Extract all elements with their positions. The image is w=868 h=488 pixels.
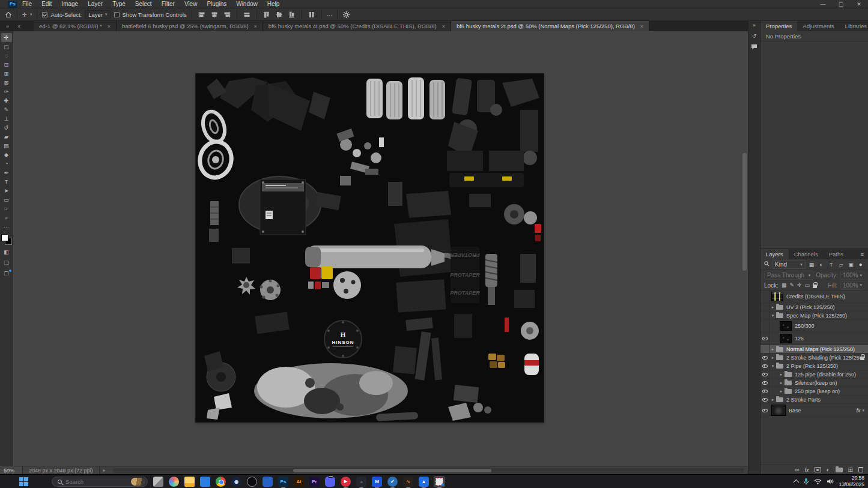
horizontal-scrollbar[interactable]: [113, 468, 744, 473]
wifi-icon[interactable]: [814, 478, 822, 484]
align-center-h-icon[interactable]: [210, 11, 219, 18]
task-view-icon[interactable]: [153, 477, 163, 487]
filter-shape-layers-icon[interactable]: ▱: [837, 262, 845, 268]
more-options-icon[interactable]: ···: [327, 11, 333, 18]
chevron-right-icon[interactable]: ▸: [778, 389, 785, 394]
marquee-tool[interactable]: ▢: [1, 42, 12, 51]
pen-tool[interactable]: ✒: [1, 168, 12, 177]
new-layer-icon[interactable]: ⊞: [848, 466, 853, 473]
vertical-scrollbar-thumb[interactable]: [742, 153, 747, 271]
foreground-color-swatch[interactable]: [1, 234, 8, 241]
gear-icon[interactable]: [342, 11, 350, 19]
microsoft-store-icon[interactable]: [200, 477, 210, 487]
type-tool[interactable]: T: [1, 177, 12, 186]
chevron-right-icon[interactable]: ▸: [778, 381, 785, 385]
align-middle-v-icon[interactable]: [275, 11, 284, 18]
opacity-value[interactable]: 100% ▾: [840, 271, 864, 280]
vertical-scrollbar[interactable]: [742, 31, 747, 466]
chevron-right-icon[interactable]: ▸: [769, 305, 776, 310]
align-top-icon[interactable]: [262, 11, 272, 18]
tab-overflow-icon[interactable]: »: [6, 23, 9, 29]
tab-adjustments[interactable]: Adjustments: [797, 21, 839, 31]
maximize-button[interactable]: ▢: [832, 0, 850, 8]
fill-value[interactable]: 100% ▾: [840, 281, 864, 290]
visibility-toggle[interactable]: [760, 379, 769, 387]
chevron-down-icon[interactable]: ▾: [862, 408, 864, 413]
eyedropper-tool[interactable]: ✑: [1, 87, 12, 96]
visibility-toggle[interactable]: [760, 312, 769, 319]
copilot-icon[interactable]: [169, 477, 179, 487]
tab-channels[interactable]: Channels: [789, 249, 824, 259]
fx-badge[interactable]: fx: [856, 408, 860, 414]
link-layers-icon[interactable]: ∞: [795, 466, 799, 473]
align-bottom-icon[interactable]: [287, 11, 297, 18]
adjustment-layer-icon[interactable]: ◐: [827, 466, 830, 473]
layer-row-credits[interactable]: Credits (DISABLE THIS): [760, 291, 868, 303]
zoom-tool[interactable]: ⌕: [1, 213, 12, 222]
blur-tool[interactable]: ◆: [1, 150, 12, 159]
close-icon[interactable]: ×: [442, 23, 445, 29]
layer-row-base[interactable]: Base fx ▾: [760, 404, 868, 417]
document-tab-3[interactable]: bf6 husky metals 4t.psd @ 50% (Credits (…: [263, 21, 451, 31]
canvas-workspace[interactable]: PROTAPER PROTAPER PROTAPER: [13, 31, 748, 466]
distribute-v-icon[interactable]: [307, 11, 317, 18]
hand-tool[interactable]: ☞: [1, 204, 12, 213]
screen-mode-icon[interactable]: ❏: [2, 259, 11, 267]
chevron-down-icon[interactable]: ▾: [769, 364, 776, 369]
filter-toggle-icon[interactable]: ●: [857, 262, 864, 268]
panel-menu-icon[interactable]: ≡: [860, 249, 868, 259]
filter-smart-objects-icon[interactable]: ▣: [847, 262, 854, 268]
tab-libraries[interactable]: Libraries: [840, 21, 868, 31]
visibility-toggle[interactable]: [760, 354, 769, 361]
medal-icon[interactable]: M: [372, 477, 382, 487]
blue-app-icon[interactable]: [263, 477, 273, 487]
add-mask-icon[interactable]: [815, 467, 821, 472]
tray-overflow-chevron-icon[interactable]: [794, 480, 800, 486]
chevron-down-icon[interactable]: ▾: [30, 12, 32, 17]
menu-filter[interactable]: Filter: [157, 0, 180, 8]
dark-app-icon[interactable]: ≡: [356, 477, 366, 487]
shape-tool[interactable]: ▭: [1, 195, 12, 204]
search-daily-art[interactable]: [131, 478, 145, 486]
zoom-level[interactable]: 50%: [0, 466, 23, 474]
video-app-icon[interactable]: ▶: [341, 477, 351, 487]
capture-tool-icon[interactable]: [434, 477, 445, 487]
steam-icon[interactable]: ◉: [231, 477, 241, 487]
visibility-toggle[interactable]: [760, 303, 769, 311]
path-selection-tool[interactable]: ➤: [1, 186, 12, 195]
lock-all-icon[interactable]: [813, 285, 817, 288]
menu-plugins[interactable]: Plugins: [202, 0, 231, 8]
visibility-toggle[interactable]: [760, 370, 769, 378]
lock-position-icon[interactable]: ✛: [797, 282, 802, 288]
move-tool[interactable]: ✛: [1, 33, 12, 42]
clone-stamp-tool[interactable]: ⊥: [1, 114, 12, 123]
visibility-toggle[interactable]: [760, 396, 769, 403]
layer-row-uv2[interactable]: ▸ UV 2 (Pick 125/250): [760, 303, 868, 312]
document-canvas[interactable]: PROTAPER PROTAPER PROTAPER: [196, 74, 544, 422]
layer-row-125[interactable]: 125: [760, 333, 868, 345]
align-right-icon[interactable]: [222, 11, 232, 18]
distribute-h-icon[interactable]: [242, 11, 252, 18]
speaker-icon[interactable]: [827, 478, 834, 484]
auto-select-target-dropdown[interactable]: Layer ▾: [85, 10, 111, 19]
show-transform-checkbox[interactable]: [114, 12, 120, 17]
color-swatches[interactable]: [1, 234, 12, 245]
filter-type-layers-icon[interactable]: T: [827, 262, 834, 268]
menu-type[interactable]: Type: [108, 0, 130, 8]
new-group-icon[interactable]: [836, 468, 843, 472]
microphone-icon[interactable]: [803, 478, 809, 485]
close-icon[interactable]: ×: [108, 23, 111, 29]
chevron-right-icon[interactable]: ▸: [769, 355, 776, 360]
minimize-button[interactable]: —: [814, 0, 832, 8]
start-button[interactable]: [19, 477, 28, 486]
object-selection-tool[interactable]: ⊡: [1, 60, 12, 69]
layer-row-2-stroke-parts[interactable]: ▸ 2 Stroke Parts: [760, 396, 868, 404]
taskbar-photoshop-icon[interactable]: Ps: [278, 477, 288, 487]
history-brush-tool[interactable]: ↺: [1, 123, 12, 132]
menu-window[interactable]: Window: [231, 0, 263, 8]
eraser-tool[interactable]: ▰: [1, 132, 12, 141]
file-explorer-icon[interactable]: [184, 477, 195, 487]
document-tab-2[interactable]: battlefield 6 husky.psd @ 25% (swingarm,…: [117, 21, 263, 31]
layer-thumbnail[interactable]: [780, 321, 792, 331]
tab-layers[interactable]: Layers: [760, 249, 789, 259]
